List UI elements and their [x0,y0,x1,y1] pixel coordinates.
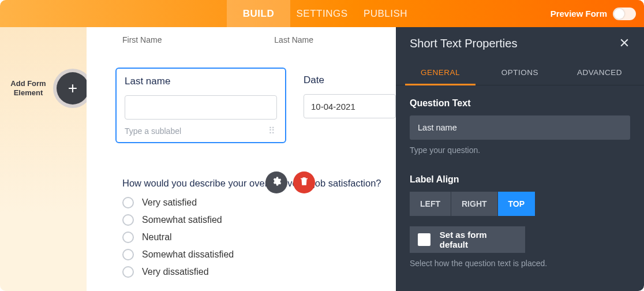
list-item[interactable]: Very satisfied [122,197,396,208]
properties-tabs: GENERAL OPTIONS ADVANCED [396,60,644,85]
label-align-group: LEFT RIGHT TOP [410,192,630,216]
align-right-button[interactable]: RIGHT [451,192,497,216]
last-name-sublabel: Last Name [274,35,396,44]
preview-form-wrap: Preview Form [551,8,636,20]
properties-panel: Short Text Properties GENERAL OPTIONS AD… [396,27,644,291]
selected-element-actions [265,171,315,193]
element-settings-button[interactable] [265,171,287,193]
element-delete-button[interactable] [293,171,315,193]
list-item[interactable]: Somewhat satisfied [122,214,396,226]
properties-title: Short Text Properties [410,37,517,50]
list-item[interactable]: Very dissatisfied [122,266,396,278]
preview-form-toggle[interactable] [613,8,636,20]
add-form-element-button[interactable]: + [57,72,89,105]
close-properties-button[interactable] [619,37,630,51]
date-field: Date 10-04-2021 [304,68,396,143]
tab-build[interactable]: BUILD [227,0,290,27]
question-text-input[interactable] [410,115,630,140]
preview-form-label: Preview Form [551,9,607,18]
gear-icon [271,176,282,189]
first-name-sublabel: First Name [122,35,251,44]
question-options: Very satisfied Somewhat satisfied Neutra… [122,197,396,278]
question-text-label: Question Text [410,98,630,109]
props-tab-advanced[interactable]: ADVANCED [560,60,639,85]
label-align-label: Label Align [410,174,630,185]
date-input[interactable]: 10-04-2021 [304,94,396,118]
selected-text-input[interactable] [125,95,277,120]
add-form-element: Add Form Element + [6,79,81,98]
properties-body: Question Text Type your question. Label … [396,85,644,281]
body: Add Form Element + First Name Last Name … [0,27,644,291]
tab-settings[interactable]: SETTINGS [290,0,354,27]
option-label: Very dissatisfied [142,267,209,277]
date-label: Date [304,74,396,86]
list-item[interactable]: Neutral [122,232,396,243]
tab-publish[interactable]: PUBLISH [354,0,417,27]
last-name-field: Last Name [274,32,396,44]
app-root: BUILD SETTINGS PUBLISH Preview Form Add … [0,0,644,291]
props-tab-general[interactable]: GENERAL [400,60,480,85]
left-rail: Add Form Element + [0,27,87,291]
radio-icon [122,249,134,260]
align-top-button[interactable]: TOP [498,192,536,216]
satisfaction-question: How would you describe your overall leve… [122,178,396,278]
align-left-button[interactable]: LEFT [410,192,451,216]
header-bar: BUILD SETTINGS PUBLISH Preview Form [0,0,644,27]
trash-icon [299,176,309,189]
header-tabs: BUILD SETTINGS PUBLISH [227,0,417,27]
form-canvas: First Name Last Name Last name Type a su… [87,27,396,291]
option-label: Very satisfied [142,197,197,208]
first-name-field: First Name [122,32,251,44]
question-text-hint: Type your question. [410,146,630,155]
radio-icon [122,214,134,226]
option-label: Somewhat dissatisfied [142,249,234,260]
close-icon [619,40,630,50]
selected-question-label[interactable]: Last name [125,76,277,87]
props-tab-options[interactable]: OPTIONS [480,60,560,85]
drag-handle-icon[interactable]: ⠿ [268,125,277,136]
radio-icon [122,266,134,278]
sublabel-placeholder[interactable]: Type a sublabel [125,126,181,136]
question-text[interactable]: How would you describe your overall leve… [122,178,396,189]
option-label: Somewhat satisfied [142,215,222,225]
checkbox-icon [418,233,430,246]
option-label: Neutral [142,232,172,242]
label-align-hint: Select how the question text is placed. [410,259,630,268]
name-row: First Name Last Name [122,32,396,44]
set-form-default[interactable]: Set as form default [410,226,525,253]
selected-short-text-card[interactable]: Last name Type a sublabel ⠿ [115,68,286,143]
add-form-element-label: Add Form Element [6,79,51,98]
radio-icon [122,197,134,208]
properties-header: Short Text Properties [396,27,644,60]
set-form-default-label: Set as form default [440,230,517,249]
selected-element-row: Last name Type a sublabel ⠿ Date 10-04-2… [115,68,396,143]
list-item[interactable]: Somewhat dissatisfied [122,249,396,260]
radio-icon [122,232,134,243]
plus-icon: + [68,79,77,98]
